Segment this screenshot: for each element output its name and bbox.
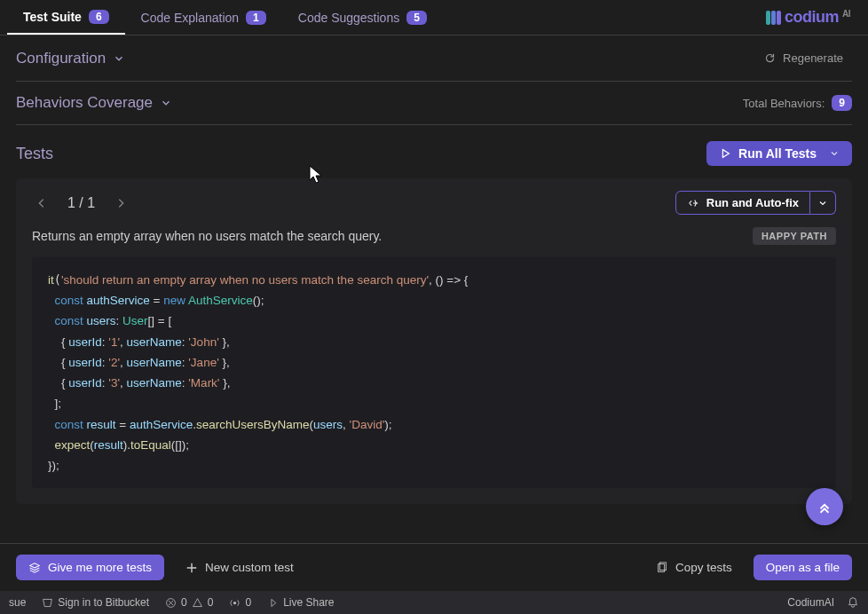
copy-icon: [656, 562, 668, 574]
play-icon: [719, 147, 731, 160]
copy-tests-label: Copy tests: [675, 561, 732, 574]
section-title-label: Configuration: [16, 50, 106, 67]
refresh-icon: [764, 52, 776, 64]
chevron-double-up-icon: [817, 499, 832, 515]
pager-next-button[interactable]: [111, 193, 130, 213]
pager-prev-button[interactable]: [32, 193, 51, 213]
error-icon: [165, 597, 177, 609]
tab-test-suite[interactable]: Test Suite 6: [7, 0, 125, 35]
plus-icon: [185, 562, 198, 574]
new-custom-test-button[interactable]: New custom test: [173, 555, 306, 580]
warning-icon: [192, 597, 203, 609]
bitbucket-icon: [42, 597, 53, 609]
tab-label: Test Suite: [23, 10, 82, 24]
chevron-down-icon: [113, 52, 125, 65]
tab-code-explanation[interactable]: Code Explanation 1: [125, 0, 282, 35]
status-notifications[interactable]: [847, 596, 859, 609]
logo-mark-icon: [766, 11, 781, 25]
tests-heading: Tests: [16, 145, 53, 163]
run-autofix-dropdown[interactable]: [810, 191, 836, 215]
status-ports[interactable]: 0: [229, 596, 251, 609]
test-tag-chip: HAPPY PATH: [753, 227, 836, 245]
svg-point-3: [233, 601, 236, 603]
stack-icon: [28, 562, 41, 574]
tab-badge: 6: [89, 10, 109, 24]
run-all-label: Run All Tests: [738, 146, 817, 161]
open-as-file-button[interactable]: Open as a file: [754, 555, 852, 580]
run-autofix-button[interactable]: Run and Auto-fix: [675, 191, 810, 215]
new-custom-test-label: New custom test: [205, 561, 294, 574]
chevron-right-icon: [114, 197, 127, 209]
brand-logo: codium AI: [766, 8, 861, 27]
tab-label: Code Explanation: [141, 11, 240, 25]
tab-code-suggestions[interactable]: Code Suggestions 5: [282, 0, 443, 35]
configuration-toggle[interactable]: Configuration: [16, 50, 125, 67]
sparkle-play-icon: [687, 197, 699, 209]
total-behaviors-label: Total Behaviors:: [743, 97, 825, 110]
tab-badge: 1: [246, 11, 266, 25]
pager-text: 1 / 1: [67, 195, 95, 211]
brand-name: codium: [785, 8, 839, 27]
test-pager: 1 / 1: [32, 193, 130, 213]
give-more-tests-label: Give me more tests: [48, 561, 152, 574]
open-as-file-label: Open as a file: [766, 561, 840, 574]
run-autofix-label: Run and Auto-fix: [706, 196, 799, 209]
code-block[interactable]: it('should return an empty array when no…: [32, 257, 836, 488]
liveshare-icon: [267, 597, 279, 609]
run-all-tests-button[interactable]: Run All Tests: [706, 141, 852, 166]
chevron-down-icon: [829, 148, 840, 159]
radio-icon: [229, 597, 241, 609]
total-behaviors: Total Behaviors: 9: [743, 95, 852, 111]
status-bitbucket[interactable]: Sign in to Bitbucket: [42, 596, 149, 609]
test-card: 1 / 1 Run and Auto-fix Returns an empty …: [16, 178, 852, 504]
regenerate-label: Regenerate: [783, 51, 843, 65]
total-behaviors-count: 9: [832, 95, 852, 111]
regenerate-button[interactable]: Regenerate: [755, 48, 852, 68]
brand-suffix: AI: [842, 9, 850, 19]
status-problems[interactable]: 0 0: [165, 596, 213, 609]
status-issue[interactable]: sue: [9, 596, 26, 609]
chevron-left-icon: [36, 197, 48, 209]
tab-badge: 5: [406, 11, 427, 25]
bell-icon: [847, 596, 859, 609]
give-more-tests-button[interactable]: Give me more tests: [16, 555, 164, 580]
status-liveshare[interactable]: Live Share: [267, 596, 334, 609]
status-codium[interactable]: CodiumAI: [787, 596, 834, 609]
chevron-down-icon: [160, 97, 172, 109]
tab-label: Code Suggestions: [298, 11, 399, 25]
chevron-down-icon: [817, 198, 828, 209]
behaviors-toggle[interactable]: Behaviors Coverage: [16, 94, 172, 112]
section-title-label: Behaviors Coverage: [16, 94, 153, 112]
scroll-top-button[interactable]: [806, 488, 843, 525]
test-description: Returns an empty array when no users mat…: [32, 229, 382, 243]
copy-tests-button[interactable]: Copy tests: [643, 555, 745, 580]
